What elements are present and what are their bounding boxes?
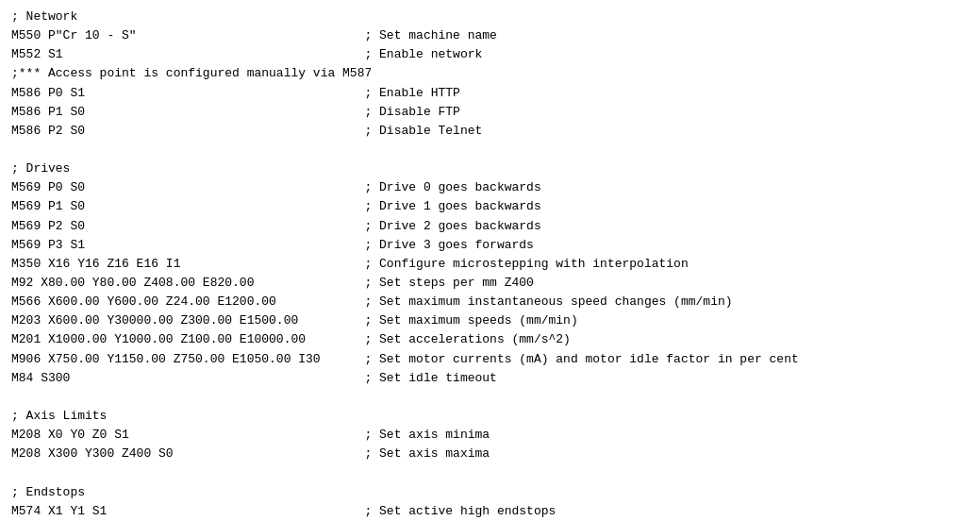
code-comment: ; Drive 0 goes backwards <box>364 180 540 194</box>
code-text: M350 X16 Y16 Z16 E16 I1 <box>11 257 364 271</box>
code-text: M84 S300 <box>11 371 364 385</box>
code-comment: ; Drive 2 goes backwards <box>364 219 540 233</box>
code-comment: ; Drive 3 goes forwards <box>364 238 533 252</box>
code-text: M201 X1000.00 Y1000.00 Z100.00 E10000.00 <box>11 332 364 346</box>
code-line: M566 X600.00 Y600.00 Z24.00 E1200.00 ; S… <box>11 293 969 311</box>
code-line <box>11 388 969 407</box>
code-text: M569 P2 S0 <box>11 219 364 233</box>
code-text: M586 P1 S0 <box>11 105 364 119</box>
code-text: M569 P1 S0 <box>11 199 364 213</box>
code-line: M208 X0 Y0 Z0 S1 ; Set axis minima <box>11 426 969 445</box>
code-line: M201 X1000.00 Y1000.00 Z100.00 E10000.00… <box>11 330 969 349</box>
code-text: M92 X80.00 Y80.00 Z408.00 E820.00 <box>11 276 364 290</box>
code-line: M586 P1 S0 ; Disable FTP <box>11 103 969 122</box>
code-line: M92 X80.00 Y80.00 Z408.00 E820.00 ; Set … <box>11 274 969 293</box>
code-comment: ; Set axis maxima <box>364 446 490 461</box>
code-line: ; Drives <box>11 160 969 178</box>
code-comment: ; Disable Telnet <box>364 124 482 138</box>
code-comment: ; Set steps per mm Z400 <box>364 276 533 290</box>
code-comment: ; Set active high endstops <box>364 504 556 518</box>
code-line: M574 X1 Y1 S1 ; Set active high endstops <box>11 502 969 521</box>
code-comment: ; Set axis minima <box>364 428 490 442</box>
code-line: M586 P2 S0 ; Disable Telnet <box>11 122 969 141</box>
code-text: ; Network <box>11 9 77 24</box>
code-line: M550 P"Cr 10 - S" ; Set machine name <box>11 26 969 45</box>
code-text: M574 X1 Y1 S1 <box>11 504 364 518</box>
code-line: M208 X300 Y300 Z400 S0 ; Set axis maxima <box>11 445 969 463</box>
code-line: M84 S300 ; Set idle timeout <box>11 369 969 388</box>
code-line: ; Network <box>11 8 969 26</box>
code-text: M208 X0 Y0 Z0 S1 <box>11 428 364 442</box>
code-line: M906 X750.00 Y1150.00 Z750.00 E1050.00 I… <box>11 350 969 369</box>
code-text: ; Axis Limits <box>11 409 107 423</box>
code-comment: ; Set accelerations (mm/s^2) <box>364 332 570 346</box>
code-line: M350 X16 Y16 Z16 E16 I1 ; Configure micr… <box>11 255 969 274</box>
code-comment: ; Drive 1 goes backwards <box>364 199 540 213</box>
code-comment: ; Set motor currents (mA) and motor idle… <box>364 352 798 366</box>
code-line: M586 P0 S1 ; Enable HTTP <box>11 84 969 103</box>
code-text: M208 X300 Y300 Z400 S0 <box>11 446 364 461</box>
code-line: M569 P2 S0 ; Drive 2 goes backwards <box>11 217 969 236</box>
code-comment: ; Configure microstepping with interpola… <box>364 257 688 271</box>
code-text: M203 X600.00 Y30000.00 Z300.00 E1500.00 <box>11 313 364 328</box>
code-text: M586 P0 S1 <box>11 86 364 100</box>
code-editor: ; NetworkM550 P"Cr 10 - S" ; Set machine… <box>11 8 969 521</box>
code-line: M569 P0 S0 ; Drive 0 goes backwards <box>11 178 969 197</box>
code-line: M552 S1 ; Enable network <box>11 45 969 64</box>
code-comment: ; Enable network <box>364 47 482 61</box>
code-text: M586 P2 S0 <box>11 124 364 138</box>
code-text: M906 X750.00 Y1150.00 Z750.00 E1050.00 I… <box>11 352 364 366</box>
code-text: M566 X600.00 Y600.00 Z24.00 E1200.00 <box>11 294 364 309</box>
code-line: M203 X600.00 Y30000.00 Z300.00 E1500.00 … <box>11 311 969 330</box>
code-comment: ; Set maximum speeds (mm/min) <box>364 313 577 328</box>
code-line <box>11 141 969 160</box>
code-comment: ; Set machine name <box>364 28 496 42</box>
code-text: M569 P3 S1 <box>11 238 364 252</box>
code-line <box>11 463 969 482</box>
code-text: M550 P"Cr 10 - S" <box>11 28 364 42</box>
code-text: M569 P0 S0 <box>11 180 364 194</box>
code-text: ; Endstops <box>11 485 85 499</box>
code-comment: ; Enable HTTP <box>364 86 459 100</box>
code-line: ;*** Access point is configured manually… <box>11 64 969 83</box>
code-line: ; Endstops <box>11 483 969 502</box>
code-text: ;*** Access point is configured manually… <box>11 66 372 80</box>
code-comment: ; Set maximum instantaneous speed change… <box>364 294 732 309</box>
code-text: M552 S1 <box>11 47 364 61</box>
code-line: M569 P1 S0 ; Drive 1 goes backwards <box>11 197 969 216</box>
code-line: M569 P3 S1 ; Drive 3 goes forwards <box>11 236 969 255</box>
code-comment: ; Set idle timeout <box>364 371 496 385</box>
code-text: ; Drives <box>11 161 70 176</box>
code-comment: ; Disable FTP <box>364 105 459 119</box>
code-line: ; Axis Limits <box>11 407 969 426</box>
